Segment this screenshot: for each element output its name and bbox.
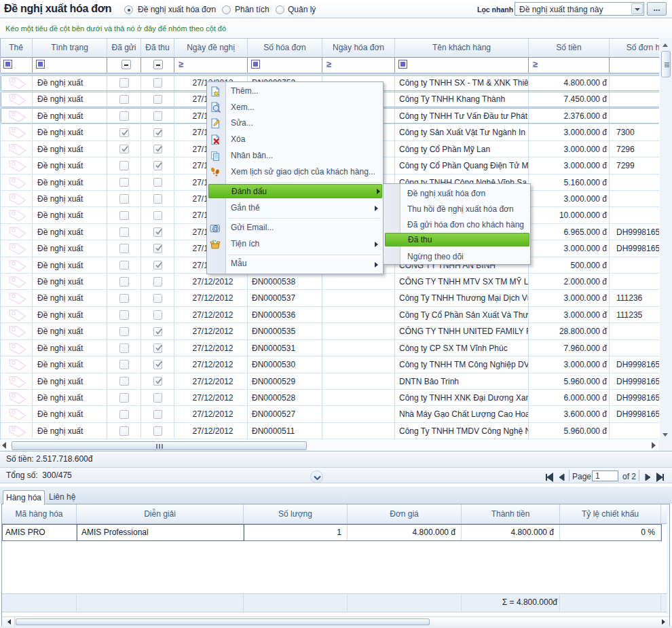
svg-text:@: @ [212,225,219,232]
